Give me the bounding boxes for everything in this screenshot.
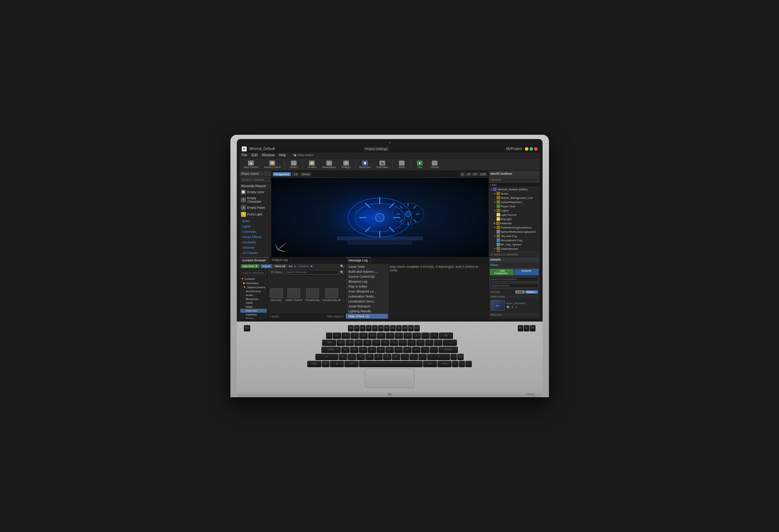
key-rctrl[interactable]: CTRL bbox=[437, 361, 452, 367]
key-quote[interactable]: ' bbox=[430, 347, 438, 353]
outliner-search-input[interactable] bbox=[490, 177, 539, 182]
blueprints-button[interactable]: 📋 Blueprints bbox=[357, 160, 373, 169]
key-f11[interactable]: F11 bbox=[408, 325, 414, 331]
at-asset-tools[interactable]: Asset Tools bbox=[346, 264, 388, 269]
key-enter[interactable]: ENTER bbox=[439, 347, 458, 353]
key-4[interactable]: 4 bbox=[359, 332, 368, 339]
tree-sphere-reflection-10[interactable]: SphereReflectionCapture10 bbox=[489, 230, 540, 234]
key-f10[interactable]: F10 bbox=[402, 325, 408, 331]
folder-materials[interactable]: Materials bbox=[240, 309, 267, 313]
content-button[interactable]: 📁 Content bbox=[305, 160, 319, 169]
key-f8[interactable]: F8 bbox=[390, 325, 396, 331]
menu-window[interactable]: Window bbox=[262, 153, 275, 157]
key-a[interactable]: A bbox=[341, 347, 350, 353]
key-c[interactable]: C bbox=[356, 354, 365, 360]
key-lshift[interactable]: ⇧ bbox=[315, 354, 338, 360]
key-s[interactable]: S bbox=[350, 347, 359, 353]
key-rbracket[interactable]: ] bbox=[434, 340, 442, 346]
key-pause[interactable]: PB bbox=[530, 325, 535, 331]
key-w[interactable]: W bbox=[345, 340, 354, 346]
key-k[interactable]: K bbox=[403, 347, 412, 353]
tree-static-meshes[interactable]: ▼ StaticMeshes bbox=[489, 247, 540, 251]
key-8[interactable]: 8 bbox=[395, 332, 403, 339]
key-right[interactable]: → bbox=[465, 361, 472, 367]
key-r[interactable]: R bbox=[363, 340, 372, 346]
viewport-grid-icon[interactable]: ⊞ bbox=[460, 172, 465, 177]
viewport-canvas[interactable]: X Y Z bbox=[271, 178, 488, 257]
tree-starter-background[interactable]: Starter_Background_Cue bbox=[489, 196, 540, 200]
asset-vr-bp[interactable]: VirtualReality BP bbox=[322, 288, 341, 301]
search-details-input[interactable] bbox=[490, 283, 539, 288]
key-lwin[interactable]: ⊞ bbox=[330, 361, 344, 367]
at-map-check[interactable]: Map Check (1) bbox=[346, 314, 388, 319]
key-m[interactable]: M bbox=[392, 354, 400, 360]
tree-minimal-default[interactable]: ▼ Minimal_Default (Editor) bbox=[489, 187, 540, 191]
play-button[interactable]: ▶ Play bbox=[413, 160, 426, 169]
build-button[interactable]: 🔨 Build bbox=[395, 160, 408, 169]
at-lighting-results[interactable]: Lighting Results bbox=[346, 309, 388, 314]
tree-gameplay-actors[interactable]: ▼ GamePlayActors bbox=[489, 200, 540, 204]
view-options-button[interactable]: View Options bbox=[327, 315, 344, 318]
key-backslash[interactable]: \ bbox=[443, 340, 457, 346]
launch-button[interactable]: 🚀 Launch bbox=[428, 160, 441, 169]
settings-button[interactable]: ⚙ Settings bbox=[339, 160, 353, 169]
add-component-button[interactable]: + Add Component... bbox=[490, 269, 514, 275]
key-tab[interactable]: TAB bbox=[322, 340, 336, 346]
key-semicolon[interactable]: ; bbox=[421, 347, 429, 353]
assets-search-input[interactable] bbox=[284, 270, 339, 274]
modes-button[interactable]: 🔧 Modes bbox=[287, 160, 300, 169]
cinematics-button[interactable]: 🎬 Cinematics bbox=[374, 160, 391, 169]
key-b[interactable]: B bbox=[374, 354, 383, 360]
viewport-scale-1[interactable]: 10 bbox=[466, 172, 471, 176]
tree-materials[interactable]: ▶ Materials bbox=[489, 221, 540, 225]
blueprint-button[interactable]: Blueprint bbox=[515, 269, 539, 275]
key-del[interactable]: DEL bbox=[457, 354, 464, 360]
key-5[interactable]: 5 bbox=[368, 332, 377, 339]
key-caps[interactable]: CAPS bbox=[321, 347, 341, 353]
category-basic[interactable]: Basic bbox=[241, 219, 269, 224]
key-lctrl[interactable]: CTRL bbox=[307, 361, 321, 367]
asset-virtual-reality[interactable]: VirtualReality bbox=[305, 288, 320, 301]
key-backtick[interactable]: ` bbox=[326, 332, 332, 339]
menu-file[interactable]: File bbox=[242, 153, 247, 157]
folder-content[interactable]: ▼ Content bbox=[240, 277, 267, 281]
tree-sky-fog[interactable]: ▼ Sky and Fog bbox=[489, 234, 540, 238]
key-fn[interactable]: Fn bbox=[322, 361, 330, 367]
asset-geometry[interactable]: Geometry bbox=[270, 288, 283, 301]
tree-audio[interactable]: ▼ Audio bbox=[489, 191, 540, 196]
stationary-button[interactable]: Station... bbox=[525, 290, 538, 294]
key-down[interactable]: ↓ bbox=[459, 361, 465, 367]
save-all-button[interactable]: Save All bbox=[273, 264, 287, 268]
key-q[interactable]: Q bbox=[337, 340, 345, 346]
perspective-button[interactable]: Perspective bbox=[273, 172, 291, 176]
key-up[interactable]: ↑ bbox=[451, 354, 457, 360]
key-i[interactable]: I bbox=[399, 340, 407, 346]
key-period[interactable]: . bbox=[409, 354, 418, 360]
category-geometry[interactable]: Geometry bbox=[241, 240, 269, 245]
key-prtsc[interactable]: PS bbox=[518, 325, 523, 331]
key-x[interactable]: X bbox=[348, 354, 356, 360]
at-play-in-editor[interactable]: Play in Editor bbox=[346, 284, 388, 289]
key-o[interactable]: O bbox=[407, 340, 416, 346]
key-f12[interactable]: F12 bbox=[414, 325, 420, 331]
folder-geometry[interactable]: ▶ Geometry bbox=[240, 281, 267, 285]
key-slash[interactable]: / bbox=[418, 354, 427, 360]
key-2[interactable]: 2 bbox=[342, 332, 350, 339]
project-tab[interactable]: Project Settings bbox=[363, 147, 389, 151]
key-minus[interactable]: - bbox=[421, 332, 430, 339]
key-1[interactable]: 1 bbox=[333, 332, 341, 339]
tab-output-log[interactable]: Output Log bbox=[269, 257, 291, 263]
key-esc[interactable]: ESC bbox=[244, 325, 250, 331]
category-volumes[interactable]: Volumes bbox=[241, 245, 269, 250]
viewport-scale-2[interactable]: 10° bbox=[472, 172, 479, 176]
at-automation-testing[interactable]: Automation Testin... bbox=[346, 294, 388, 299]
show-button[interactable]: Show bbox=[300, 172, 311, 176]
key-comma[interactable]: , bbox=[401, 354, 409, 360]
place-actors-shortcut[interactable]: 🎭 bbox=[293, 154, 297, 157]
key-n[interactable]: N bbox=[383, 354, 391, 360]
menu-help[interactable]: Help bbox=[279, 153, 286, 157]
key-p[interactable]: P bbox=[416, 340, 425, 346]
key-6[interactable]: 6 bbox=[377, 332, 385, 339]
path-search-input[interactable] bbox=[241, 271, 266, 275]
key-space[interactable] bbox=[359, 361, 423, 367]
